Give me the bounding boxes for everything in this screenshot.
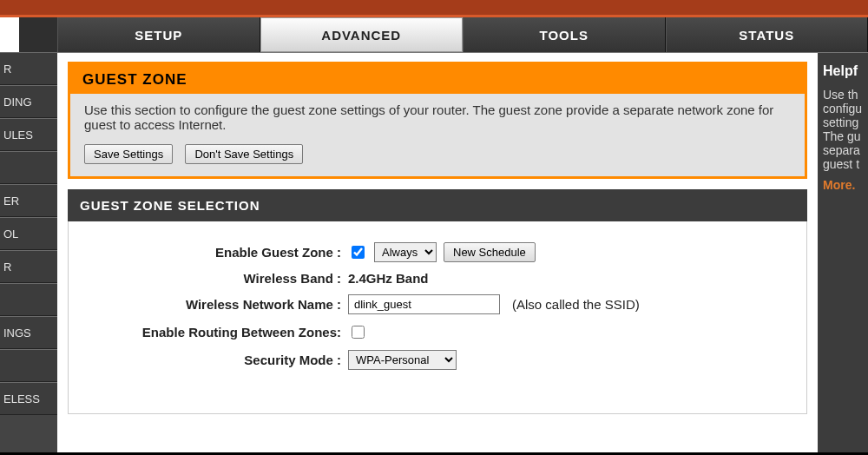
main-content: GUEST ZONE Use this section to configure… [57,53,818,452]
sidebar-item[interactable] [0,283,57,316]
routing-between-zones-checkbox[interactable] [352,326,365,339]
help-more-link[interactable]: More. [823,178,868,192]
new-schedule-button[interactable]: New Schedule [444,242,536,262]
sidebar-logo-slot [0,17,57,52]
wireless-band-value: 2.4GHz Band [348,271,429,286]
schedule-select[interactable]: Always [374,242,437,262]
guest-zone-description: Use this section to configure the guest … [84,102,791,132]
help-line: setting [823,115,868,129]
guest-zone-selection-body: Enable Guest Zone : Always New Schedule … [68,221,807,414]
tab-advanced[interactable]: ADVANCED [260,17,464,52]
sidebar-item[interactable]: ER [0,184,57,217]
help-line: Use th [823,88,868,102]
guest-zone-panel: GUEST ZONE Use this section to configure… [68,62,807,179]
tab-tools[interactable]: TOOLS [463,17,666,52]
enable-guest-zone-label: Enable Guest Zone : [88,245,348,260]
sidebar-item[interactable]: INGS [0,316,57,349]
sidebar-item[interactable]: ULES [0,118,57,151]
sidebar-item[interactable] [0,151,57,184]
help-line: configu [823,102,868,115]
left-sidebar: RDINGULESEROLRINGSELESS [0,17,57,452]
brand-bar [0,0,868,17]
guest-zone-selection-title: GUEST ZONE SELECTION [68,189,807,221]
help-title: Helpf [823,63,868,79]
sidebar-item[interactable] [0,349,57,382]
security-mode-select[interactable]: WPA-Personal [348,350,457,370]
tab-setup[interactable]: SETUP [57,17,260,52]
ssid-hint: (Also called the SSID) [512,297,640,312]
tab-status[interactable]: STATUS [666,17,869,52]
save-settings-button[interactable]: Save Settings [84,144,173,164]
dont-save-settings-button[interactable]: Don't Save Settings [185,144,303,164]
security-mode-label: Security Mode : [88,353,348,367]
top-tabs: SETUPADVANCEDTOOLSSTATUS [57,17,868,52]
help-line: The gu [823,129,868,143]
sidebar-item[interactable]: DING [0,85,57,118]
ssid-input[interactable] [348,294,500,314]
enable-guest-zone-checkbox[interactable] [352,246,365,259]
guest-zone-title: GUEST ZONE [70,64,805,94]
help-line: separa [823,143,868,157]
help-line: guest t [823,157,868,171]
routing-between-zones-label: Enable Routing Between Zones: [88,325,348,340]
sidebar-item[interactable]: OL [0,217,57,250]
sidebar-item[interactable]: R [0,52,57,85]
sidebar-item[interactable]: R [0,250,57,283]
help-sidebar: Helpf Use th configu setting The gu sepa… [818,53,868,452]
sidebar-item[interactable]: ELESS [0,382,57,415]
wireless-band-label: Wireless Band : [88,271,348,286]
ssid-label: Wireless Network Name : [88,297,348,312]
